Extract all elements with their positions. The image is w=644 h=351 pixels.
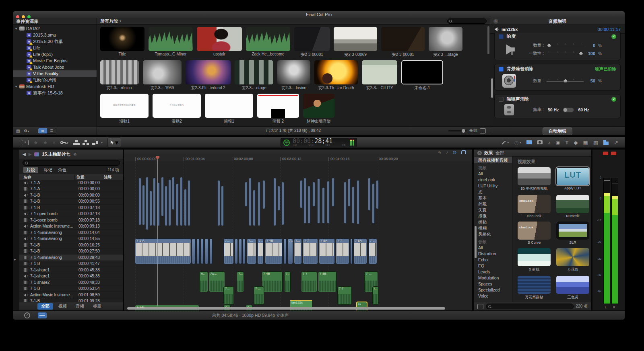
category-风格化[interactable]: 风格化 — [474, 231, 512, 237]
timeline-audio-clip-ac[interactable]: Ac... — [209, 271, 225, 292]
timeline-video-clip-7[interactable]: 7.. — [287, 238, 293, 264]
clip-indicator-left[interactable] — [603, 152, 608, 155]
freq-60hz-option[interactable]: 60 Hz — [578, 107, 589, 112]
close-icon[interactable]: ✕ — [477, 151, 482, 155]
column-header-名称[interactable]: 名称 — [19, 174, 74, 180]
view-toggle[interactable]: ▦☰ — [38, 128, 56, 134]
timeline-audio-clip-i[interactable]: i... — [372, 286, 379, 305]
disclosure-triangle-icon[interactable]: ▾ — [15, 27, 19, 31]
sidebar-item-v-the-facility[interactable]: ★V the Facility — [13, 70, 97, 77]
import-camera-icon[interactable] — [537, 140, 543, 144]
generators-browser-icon[interactable]: ▦ — [583, 140, 588, 146]
timeline-video-clip[interactable] — [283, 238, 287, 264]
sidebar-item-life[interactable]: ★Life — [13, 45, 97, 51]
connected-clip-pill[interactable] — [180, 177, 183, 226]
timeline-audio-clip-7-8b[interactable]: 7-8B — [318, 271, 336, 292]
category-模糊[interactable]: 模糊 — [474, 225, 512, 231]
connected-clip-pill[interactable] — [245, 182, 248, 207]
browser-clip-title[interactable]: Title — [100, 27, 144, 58]
browser-clip-安2-3-otage[interactable]: 安2-3-...otage — [429, 27, 462, 58]
connected-clip-pill[interactable] — [217, 180, 220, 226]
connected-clip-pill[interactable] — [176, 183, 179, 226]
effect-万花筒拼贴[interactable]: 万花筒拼贴 — [518, 276, 551, 300]
keyword-editor-icon[interactable]: ▾ — [60, 141, 68, 144]
connected-clip-pill[interactable] — [168, 179, 171, 226]
frequency-toggle[interactable] — [563, 107, 574, 113]
sidebar-item-新事件-15-9-18[interactable]: ★新事件 15-9-18 — [13, 90, 97, 96]
append-edit-icon[interactable] — [92, 140, 98, 145]
timeline-video-clip-7-8a[interactable]: 7-8A — [353, 238, 367, 264]
effect-万花筒[interactable]: 万花筒 — [556, 248, 589, 272]
retime-menu-icon[interactable]: ◷▾ — [514, 140, 521, 146]
effect-cinelook[interactable]: cineLook — [518, 195, 551, 218]
connected-clip-pill[interactable] — [303, 178, 306, 224]
timeline-video-clip[interactable] — [192, 238, 196, 264]
index-row-7-1-45min-wrong[interactable]: 7-1-45min&wrong00:00:14;04 — [19, 230, 123, 236]
unrate-star-icon[interactable]: ★ — [43, 140, 48, 146]
timeline-video-clip[interactable] — [196, 238, 200, 264]
timeline-video-clip-7[interactable]: 7... — [257, 238, 264, 264]
timeline-video-clip-7[interactable]: 7... — [247, 238, 256, 264]
timeline-video-clip[interactable] — [239, 238, 242, 264]
browser-clip-安2-3-th-tar-death[interactable]: 安2-3-Th...tar Death — [314, 60, 358, 91]
index-tab-角色[interactable]: 角色 — [58, 167, 66, 173]
index-tab-标记[interactable]: 标记 — [44, 167, 52, 173]
column-header-位置[interactable]: 位置 — [74, 174, 102, 180]
browser-clip-安2-3-1969[interactable]: 安2-3-...1969 — [143, 60, 182, 91]
connect-edit-icon[interactable] — [73, 140, 80, 145]
category-spaces[interactable]: Spaces — [474, 281, 512, 287]
category-光[interactable]: 光 — [474, 189, 512, 195]
connected-clip-pill[interactable] — [161, 177, 164, 216]
index-row-7-1-open-bomb[interactable]: 7-1-open bomb00:00:07;18 — [19, 211, 123, 218]
edit-options-chevron[interactable]: ▾ — [101, 141, 103, 144]
browser-clip-安2-3-00001[interactable]: 安2-3-00001 — [294, 27, 330, 58]
sidebar-item-movie-for-begins[interactable]: ★Movie For Begins — [13, 57, 97, 64]
browser-clip-滑動2[interactable]: 生活的化學動作滑動2 — [153, 94, 201, 125]
collapse-index-arrow[interactable]: ▸ — [14, 257, 16, 261]
effect-numerik[interactable]: Numerik — [556, 195, 589, 218]
insert-edit-icon[interactable] — [83, 140, 89, 145]
connected-clip-pill[interactable] — [372, 183, 375, 224]
effect-三色调[interactable]: 三色调 — [556, 276, 589, 300]
category-失真[interactable]: 失真 — [474, 207, 512, 213]
timeline-audio-clip-7-4b[interactable]: 7-4B — [262, 271, 283, 292]
panel-scrollbar[interactable] — [491, 78, 493, 98]
effects-scope[interactable]: 全部 — [495, 150, 504, 156]
browser-clip-安2-3-00081[interactable]: 安2-3-00081 — [381, 27, 425, 58]
favorite-star-icon[interactable]: ★ — [33, 140, 38, 146]
filter-tab-视频[interactable]: 视频 — [55, 303, 70, 310]
effect-x-射线[interactable]: X 射线 — [518, 248, 551, 272]
connected-clip-pill[interactable] — [258, 182, 260, 226]
index-row-7-1-b[interactable]: 7-1-B00:00:00;55 — [19, 199, 123, 205]
browser-clip-滑動1[interactable]: 聽說這裡要用回顧的畫面滑動1 — [100, 94, 149, 125]
category-拼贴[interactable]: 拼贴 — [474, 219, 512, 225]
connected-clip-pill[interactable] — [149, 191, 152, 226]
enhancements-menu-icon[interactable]: ▾ — [502, 140, 509, 145]
timeline-video-clip-7[interactable]: 7-... — [368, 238, 377, 264]
browser-search-field[interactable] — [447, 18, 487, 24]
disclosure-triangle-icon[interactable]: ▾ — [15, 85, 19, 88]
timeline-audio-clip-a[interactable]: A.. — [199, 271, 208, 292]
connected-clip-pill[interactable] — [188, 180, 190, 226]
connected-clip-pill[interactable] — [273, 178, 276, 226]
connected-clip-pill[interactable] — [300, 180, 303, 208]
index-row-7-1-b[interactable]: 7-1-B00:00:53;54 — [19, 286, 123, 292]
browser-clip-安2-3-cility[interactable]: 安2-3-...CILITY — [362, 60, 397, 91]
transitions-browser-icon[interactable]: ◆ — [574, 140, 578, 146]
index-row-7-1-open-bomb[interactable]: 7-1-open bomb00:00:07;18 — [19, 217, 123, 224]
browser-clip-upstair[interactable]: upstair — [197, 27, 242, 58]
playhead-line[interactable] — [157, 156, 158, 306]
category-distortion[interactable]: Distortion — [474, 251, 512, 257]
category-all-video-audio[interactable]: 所有视频和音频 — [474, 157, 512, 163]
connected-clip-pill[interactable] — [253, 190, 256, 226]
timeline-video-clip[interactable] — [242, 238, 246, 264]
timeline-scrollbar[interactable] — [127, 307, 445, 310]
effect-50-年代的电视机[interactable]: 50 年代的电视机 — [518, 167, 551, 191]
skimming-icon[interactable]: ∿ — [438, 150, 441, 154]
index-row-action-music-instrume[interactable]: Action Music Instrume...00:01:08;59 — [19, 292, 123, 298]
timeline-audio-clip-7[interactable]: 7... — [223, 286, 234, 305]
index-row-7-1-b[interactable]: 7-1-B00:00:16;25 — [19, 242, 123, 248]
timeline-video-clip-7-7[interactable]: 7-7 — [303, 238, 318, 264]
noise-removal-checkbox[interactable] — [499, 67, 504, 72]
tool-select-menu[interactable]: ▾ — [107, 138, 121, 148]
